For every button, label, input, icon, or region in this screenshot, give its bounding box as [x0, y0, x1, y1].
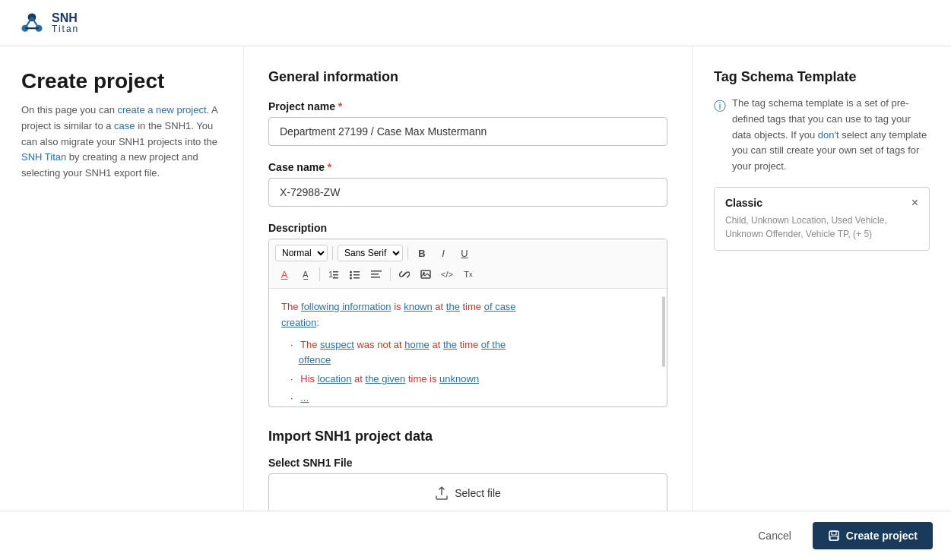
description-group: Description Normal Sans Serif B I [268, 222, 667, 407]
editor-list-item-2: His location at the given time is unknow… [290, 372, 655, 388]
save-icon [828, 530, 840, 542]
svg-point-12 [350, 277, 352, 280]
case-name-label: Case name * [268, 161, 667, 173]
case-name-group: Case name * [268, 161, 667, 207]
project-name-required: * [338, 100, 342, 112]
toolbar-row-1: Normal Sans Serif B I U [275, 244, 661, 262]
tag-card-subtitle: Child, Unknown Location, Used Vehicle, U… [725, 214, 911, 241]
editor-intro: The following information is known at th… [281, 299, 655, 331]
editor-list-item-1: The suspect was not at home at the time … [290, 337, 655, 369]
brand-name: SNH [52, 11, 79, 25]
svg-rect-13 [353, 271, 360, 273]
page-title: Create project [21, 69, 222, 93]
svg-rect-14 [353, 274, 360, 276]
text-color-button[interactable]: A [275, 265, 293, 283]
create-project-label: Create project [846, 530, 918, 542]
font-select[interactable]: Sans Serif [338, 245, 403, 261]
logo-icon [18, 9, 46, 36]
bold-button[interactable]: B [413, 244, 431, 262]
import-title: Import SNH1 project data [268, 429, 667, 445]
create-project-button[interactable]: Create project [813, 522, 933, 549]
logo: SNH Titan [18, 9, 79, 36]
link-button[interactable] [395, 265, 414, 283]
cancel-button[interactable]: Cancel [749, 524, 800, 548]
create-link[interactable]: create a new project [117, 104, 206, 115]
page-description: On this page you can create a new projec… [21, 103, 222, 182]
image-button[interactable] [417, 265, 435, 283]
select-file-group: Select SNH1 File Select file [268, 457, 667, 511]
text-style-select[interactable]: Normal [275, 245, 328, 261]
tag-card-content: Classic Child, Unknown Location, Used Ve… [725, 197, 911, 241]
select-file-btn-label: Select file [455, 487, 501, 499]
editor-list-item-3: ... [290, 391, 655, 407]
description-label: Description [268, 222, 667, 234]
underline-button[interactable]: U [455, 244, 474, 262]
svg-point-11 [350, 274, 352, 277]
info-icon: ⓘ [714, 96, 726, 175]
case-name-required: * [328, 161, 331, 173]
svg-rect-15 [353, 277, 360, 279]
info-text: The tag schema template is a set of pre-… [732, 96, 930, 175]
italic-button[interactable]: I [434, 244, 452, 262]
toolbar-sep-1 [332, 246, 333, 260]
svg-point-20 [423, 272, 425, 274]
select-file-label: Select SNH1 File [268, 457, 667, 469]
clear-format-button[interactable]: Tx [459, 265, 477, 283]
project-name-input[interactable] [268, 117, 667, 146]
info-box: ⓘ The tag schema template is a set of pr… [714, 96, 930, 175]
import-section: Import SNH1 project data Select SNH1 Fil… [268, 429, 667, 511]
right-panel: Tag Schema Template ⓘ The tag schema tem… [693, 46, 951, 511]
snhtitan-link[interactable]: SNH Titan [21, 151, 66, 163]
highlight-button[interactable]: A̲ [296, 265, 315, 283]
svg-rect-9 [333, 277, 338, 279]
dont-select-link[interactable]: don't [818, 129, 839, 141]
bottom-bar: Cancel Create project [0, 511, 951, 560]
toolbar-sep-4 [390, 267, 391, 281]
svg-rect-8 [333, 274, 338, 276]
top-bar: SNH Titan [0, 0, 951, 46]
svg-rect-16 [371, 271, 382, 272]
scrollbar [662, 296, 665, 367]
center-panel: General information Project name * Case … [243, 46, 693, 511]
svg-point-10 [350, 271, 352, 274]
align-button[interactable] [367, 265, 385, 283]
svg-point-0 [28, 13, 36, 21]
editor-list: The suspect was not at home at the time … [281, 337, 655, 407]
svg-rect-18 [371, 277, 380, 278]
editor-toolbar: Normal Sans Serif B I U A A̲ [269, 239, 667, 289]
tag-card-title: Classic [725, 197, 911, 209]
svg-rect-17 [371, 274, 379, 275]
main-content: Create project On this page you can crea… [0, 46, 951, 511]
project-name-label: Project name * [268, 100, 667, 112]
toolbar-sep-3 [319, 267, 320, 281]
tag-schema-title: Tag Schema Template [714, 69, 930, 85]
editor-content[interactable]: The following information is known at th… [269, 289, 667, 407]
ordered-list-button[interactable]: 1. [325, 265, 343, 283]
case-link[interactable]: case [114, 120, 135, 131]
logo-text: SNH Titan [52, 11, 79, 35]
project-name-group: Project name * [268, 100, 667, 146]
description-editor: Normal Sans Serif B I U A A̲ [268, 239, 667, 407]
tag-card: Classic Child, Unknown Location, Used Ve… [714, 187, 930, 251]
left-panel: Create project On this page you can crea… [0, 46, 243, 511]
svg-rect-19 [421, 271, 430, 278]
toolbar-row-2: A A̲ 1. [275, 265, 661, 283]
general-info-title: General information [268, 69, 667, 85]
toolbar-sep-2 [407, 246, 408, 260]
code-button[interactable]: </> [438, 265, 456, 283]
tag-card-close-button[interactable]: × [911, 197, 918, 209]
svg-rect-7 [333, 271, 338, 273]
brand-sub: Titan [52, 24, 79, 34]
select-file-button[interactable]: Select file [268, 473, 667, 511]
bullet-list-button[interactable] [346, 265, 364, 283]
svg-rect-21 [829, 531, 838, 540]
case-name-input[interactable] [268, 178, 667, 207]
upload-icon [435, 486, 449, 500]
